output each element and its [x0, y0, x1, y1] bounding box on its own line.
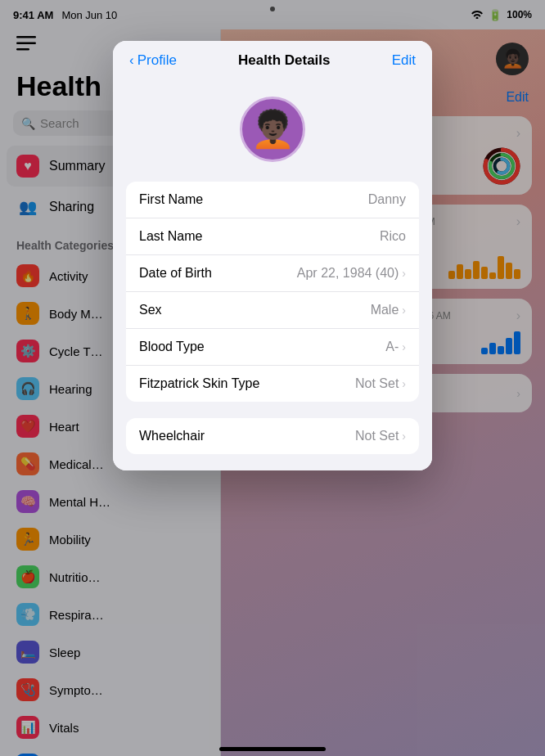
modal-avatar-section: 🧑🏿‍🦱 — [113, 80, 432, 182]
modal-back-label: Profile — [137, 52, 177, 69]
form-row-wheelchair[interactable]: Wheelchair Not Set › — [126, 418, 419, 454]
modal-overlay: ‹ Profile Health Details Edit 🧑🏿‍🦱 First… — [0, 0, 545, 756]
dob-chevron-icon: › — [402, 267, 406, 280]
form-row-lastname[interactable]: Last Name Rico — [126, 218, 419, 255]
wheelchair-value: Not Set › — [355, 429, 406, 443]
home-indicator — [219, 747, 326, 751]
wheelchair-label: Wheelchair — [139, 429, 205, 443]
bloodtype-value: A- › — [385, 340, 406, 354]
modal-form-section1: First Name Danny Last Name Rico Date of … — [126, 182, 419, 402]
wheelchair-chevron-icon: › — [402, 430, 406, 443]
form-section-spacer — [113, 402, 432, 418]
modal-back-button[interactable]: ‹ Profile — [129, 52, 177, 69]
modal-nav: ‹ Profile Health Details Edit — [113, 41, 432, 80]
sex-chevron-icon: › — [402, 304, 406, 317]
firstname-label: First Name — [139, 192, 203, 207]
form-row-sex[interactable]: Sex Male › — [126, 292, 419, 329]
lastname-label: Last Name — [139, 229, 202, 244]
form-row-firstname[interactable]: First Name Danny — [126, 182, 419, 218]
avatar-emoji: 🧑🏿‍🦱 — [250, 108, 295, 151]
sex-value: Male › — [371, 303, 406, 317]
skintype-label: Fitzpatrick Skin Type — [139, 376, 259, 391]
form-row-skintype[interactable]: Fitzpatrick Skin Type Not Set › — [126, 366, 419, 402]
modal-form-section2: Wheelchair Not Set › — [126, 418, 419, 454]
health-details-modal: ‹ Profile Health Details Edit 🧑🏿‍🦱 First… — [113, 41, 432, 470]
modal-title: Health Details — [238, 52, 330, 69]
modal-edit-button[interactable]: Edit — [392, 52, 416, 69]
bloodtype-chevron-icon: › — [402, 340, 406, 353]
modal-avatar[interactable]: 🧑🏿‍🦱 — [240, 97, 305, 162]
lastname-value: Rico — [380, 229, 406, 244]
firstname-value: Danny — [368, 192, 406, 207]
dob-label: Date of Birth — [139, 266, 212, 281]
skintype-chevron-icon: › — [402, 377, 406, 390]
back-chevron-icon: ‹ — [129, 52, 134, 69]
form-row-dob[interactable]: Date of Birth Apr 22, 1984 (40) › — [126, 255, 419, 292]
sex-label: Sex — [139, 303, 162, 317]
skintype-value: Not Set › — [355, 376, 406, 391]
form-row-bloodtype[interactable]: Blood Type A- › — [126, 329, 419, 366]
dob-value: Apr 22, 1984 (40) › — [297, 266, 406, 281]
modal-bottom-spacer — [113, 454, 432, 470]
bloodtype-label: Blood Type — [139, 340, 205, 354]
